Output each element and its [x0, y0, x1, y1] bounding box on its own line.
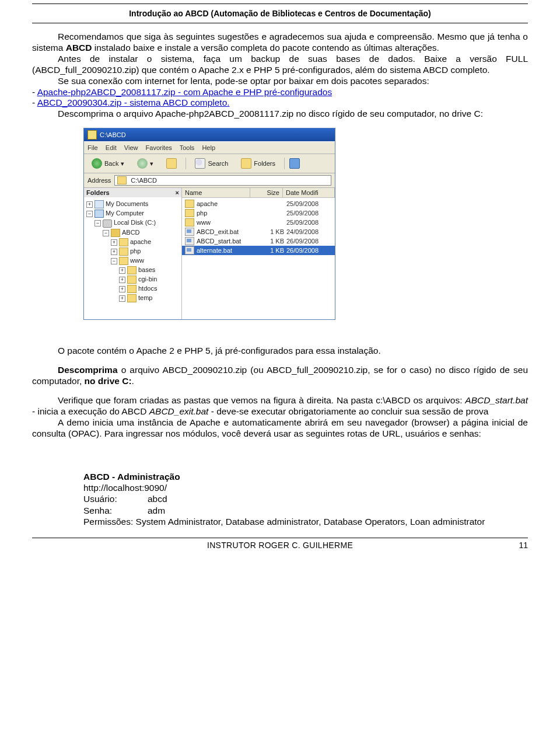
link-abcd-zip[interactable]: ABCD_20090304.zip - sistema ABCD complet…: [37, 97, 230, 107]
tree-item-mycomp[interactable]: −My Computer: [86, 209, 179, 218]
cell: www: [197, 219, 211, 226]
tree-item-apache[interactable]: +apache: [86, 238, 179, 247]
list-item[interactable]: ABCD_exit.bat1 KB24/09/2008: [182, 227, 335, 236]
address-input[interactable]: C:\ABCD: [114, 175, 331, 186]
text-italic: ABCD_start.bat: [465, 395, 528, 405]
text: - inicia a execução do ABCD: [32, 406, 149, 416]
close-icon[interactable]: ×: [176, 189, 179, 196]
tree-label: cgi-bin: [138, 276, 157, 283]
cell: ABCD_start.bat: [197, 238, 241, 245]
text-bold: no drive C:: [85, 376, 132, 386]
tree-label: ABCD: [122, 229, 140, 236]
tree-item-cgibin[interactable]: +cgi-bin: [86, 275, 179, 284]
paragraph-2: Antes de instalar o sistema, faça um bac…: [32, 54, 528, 76]
tree-item-localdisk[interactable]: −Local Disk (C:): [86, 218, 179, 228]
tree-label: My Documents: [106, 200, 148, 207]
menu-help[interactable]: Help: [202, 144, 215, 151]
menu-edit[interactable]: Edit: [106, 144, 117, 151]
folders-tree: Folders × +My Documents −My Computer −Lo…: [84, 188, 182, 319]
text-italic: ABCD_exit.bat: [149, 406, 209, 416]
cell: 26/09/2008: [284, 238, 332, 245]
admin-title: ABCD - Administração: [83, 471, 528, 482]
back-icon: [92, 158, 102, 169]
page-header-title: Introdução ao ABCD (Automação de Bibliot…: [32, 8, 528, 19]
menu-view[interactable]: View: [124, 144, 138, 151]
paragraph-6: Descomprima o arquivo ABCD_20090210.zip …: [32, 365, 528, 387]
cell: php: [197, 210, 207, 217]
window-titlebar: C:\ABCD: [84, 128, 335, 141]
menu-file[interactable]: File: [88, 144, 98, 151]
menu-tools[interactable]: Tools: [180, 144, 195, 151]
admin-pass-label: Senha:: [83, 505, 148, 516]
tree-label: apache: [130, 238, 151, 245]
admin-pass-value: adm: [148, 505, 165, 516]
list-item[interactable]: php25/09/2008: [182, 208, 335, 218]
link-line-2: - ABCD_20090304.zip - sistema ABCD compl…: [32, 97, 528, 109]
up-icon: [166, 158, 177, 169]
tree-label: php: [130, 248, 141, 255]
tree-item-www[interactable]: −www: [86, 256, 179, 266]
list-item[interactable]: www25/09/2008: [182, 218, 335, 227]
list-item[interactable]: apache25/09/2008: [182, 199, 335, 208]
col-date[interactable]: Date Modifi: [283, 188, 335, 197]
menu-favorites[interactable]: Favorites: [146, 144, 172, 151]
tree-label: Local Disk (C:): [114, 219, 156, 226]
address-label: Address: [88, 177, 111, 184]
admin-block: ABCD - Administração http://localhost:90…: [83, 471, 528, 528]
forward-button[interactable]: ▾: [133, 156, 158, 170]
text: - deve-se executar obrigatoriamente ao c…: [208, 406, 488, 416]
explorer-screenshot: C:\ABCD File Edit View Favorites Tools H…: [83, 128, 528, 320]
text: -: [32, 97, 37, 107]
tree-item-abcd[interactable]: −ABCD: [86, 228, 179, 238]
tree-item-php[interactable]: +php: [86, 247, 179, 256]
folders-icon: [241, 158, 251, 169]
admin-user-value: abcd: [148, 493, 167, 504]
views-icon[interactable]: [289, 158, 300, 169]
folders-button[interactable]: Folders: [237, 156, 279, 170]
text: instalado baixe e instale a versão compl…: [92, 43, 439, 53]
col-size[interactable]: Size: [250, 188, 283, 197]
list-item[interactable]: ABCD_start.bat1 KB26/09/2008: [182, 236, 335, 246]
folder-icon: [88, 130, 97, 140]
col-name[interactable]: Name: [182, 188, 250, 197]
menu-bar: File Edit View Favorites Tools Help: [84, 141, 335, 154]
text: .: [132, 376, 134, 386]
paragraph-7: Verifique que foram criadas as pastas qu…: [32, 395, 528, 417]
text-bold: ABCD: [66, 43, 92, 53]
paragraph-4: Descomprima o arquivo Apache-php2ABCD_20…: [32, 109, 528, 120]
cell: 1 KB: [258, 247, 284, 254]
tree-item-bases[interactable]: +bases: [86, 266, 179, 275]
tree-label: My Computer: [106, 210, 144, 217]
search-button[interactable]: Search: [191, 156, 232, 170]
admin-user-label: Usuário:: [83, 493, 148, 504]
list-item[interactable]: alternate.bat1 KB26/09/2008: [182, 246, 335, 255]
link-apache-php[interactable]: Apache-php2ABCD_20081117.zip - com Apach…: [37, 87, 332, 97]
up-button[interactable]: [162, 156, 181, 170]
cell: alternate.bat: [197, 247, 232, 254]
footer-instructor: INSTRUTOR ROGER C. GUILHERME: [55, 541, 505, 550]
admin-perms: Permissões: System Administrator, Databa…: [83, 516, 528, 527]
address-value: C:\ABCD: [131, 177, 157, 184]
tree-item-temp[interactable]: +temp: [86, 294, 179, 303]
tree-label: www: [130, 257, 144, 264]
folder-icon: [117, 176, 127, 184]
admin-url: http://localhost:9090/: [83, 482, 528, 493]
toolbar: Back ▾ ▾ Search Folders: [84, 154, 335, 173]
page-footer: INSTRUTOR ROGER C. GUILHERME 11: [32, 538, 528, 550]
text-bold: Descomprima: [58, 365, 118, 375]
cell: 25/09/2008: [284, 210, 332, 217]
cell: 25/09/2008: [284, 219, 332, 226]
cell: 24/09/2008: [284, 228, 332, 235]
tree-item-htdocs[interactable]: +htdocs: [86, 284, 179, 294]
paragraph-5: O pacote contém o Apache 2 e PHP 5, já p…: [32, 346, 528, 357]
back-button[interactable]: Back ▾: [88, 156, 128, 170]
search-icon: [195, 158, 205, 169]
text: -: [32, 87, 37, 97]
folders-header: Folders: [86, 189, 110, 196]
address-bar: Address C:\ABCD: [84, 173, 335, 188]
folders-label: Folders: [254, 160, 275, 167]
window-title: C:\ABCD: [100, 131, 126, 138]
cell: 1 KB: [258, 238, 284, 245]
cell: 25/09/2008: [284, 200, 332, 207]
tree-item-mydocs[interactable]: +My Documents: [86, 200, 179, 209]
